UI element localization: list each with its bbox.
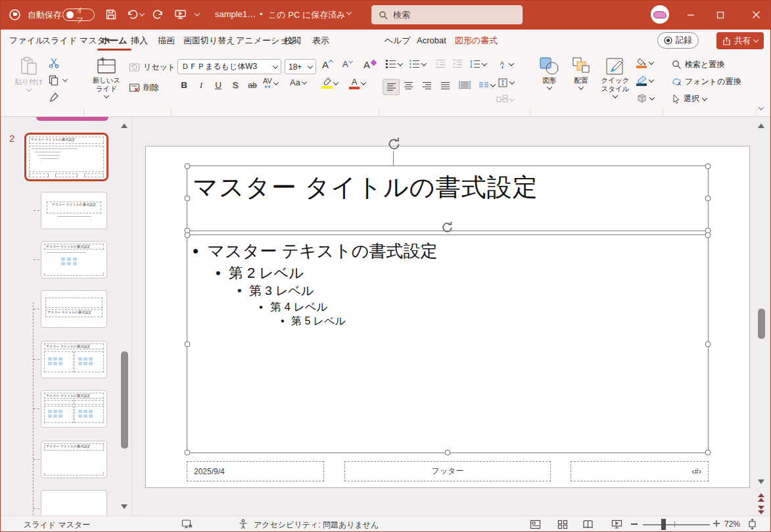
line-spacing-button[interactable] bbox=[469, 59, 486, 69]
text-shadow-button[interactable]: S bbox=[227, 78, 243, 93]
thumbnail-title-layout[interactable]: マスター タイトルの書式設定 bbox=[41, 192, 107, 229]
rotate-handle-icon[interactable] bbox=[440, 219, 454, 234]
panel-scrollbar-thumb[interactable] bbox=[121, 351, 128, 449]
save-status[interactable]: この PC に保存済み bbox=[268, 9, 346, 21]
undo-button[interactable] bbox=[126, 9, 144, 20]
thumbnail-section-header-layout[interactable]: マスター タイトルの書式設定 bbox=[41, 290, 107, 328]
change-case-button[interactable]: Aa bbox=[290, 78, 306, 87]
panel-scroll-down-icon[interactable] bbox=[121, 504, 128, 509]
footer-placeholder[interactable]: フッター bbox=[344, 461, 551, 481]
scroll-down-icon[interactable] bbox=[758, 479, 764, 484]
slide-title-text[interactable]: マスター タイトルの書式設定 bbox=[193, 171, 538, 204]
rotate-handle-icon[interactable] bbox=[386, 135, 402, 151]
replace-fonts-button[interactable]: A フォントの置換 bbox=[672, 76, 741, 87]
thumbnail-title-only-layout[interactable]: マスター タイトルの書式設定 bbox=[41, 441, 107, 478]
zoom-out-button[interactable] bbox=[631, 523, 638, 525]
font-size-combo[interactable]: 18+ bbox=[285, 59, 316, 74]
format-painter-icon[interactable] bbox=[49, 92, 60, 102]
clear-formatting-button[interactable]: A bbox=[363, 59, 376, 70]
bullet-level-3[interactable]: 第 3 レベル bbox=[237, 282, 314, 299]
maximize-button[interactable] bbox=[705, 0, 735, 30]
fit-to-window-button[interactable] bbox=[747, 519, 758, 529]
align-center-button[interactable] bbox=[404, 81, 413, 90]
convert-smartart-button[interactable] bbox=[496, 95, 514, 104]
bullet-level-5[interactable]: 第 5 レベル bbox=[281, 315, 346, 328]
justify-button[interactable] bbox=[440, 81, 450, 90]
bullet-level-4[interactable]: 第 4 レベル bbox=[259, 299, 328, 315]
close-button[interactable] bbox=[741, 0, 771, 30]
thumbnail-two-content-layout[interactable]: マスター タイトルの書式設定 bbox=[41, 341, 107, 378]
character-spacing-button[interactable]: AV bbox=[263, 78, 278, 89]
bold-button[interactable]: B bbox=[176, 78, 192, 93]
display-settings-icon[interactable] bbox=[181, 519, 193, 529]
cut-icon[interactable] bbox=[49, 58, 59, 68]
tab-transitions[interactable]: 画面切り替え bbox=[182, 30, 237, 51]
autosave-toggle[interactable]: オフ bbox=[62, 9, 95, 21]
decrease-indent-button[interactable] bbox=[435, 59, 446, 68]
accessibility-icon[interactable] bbox=[238, 519, 248, 529]
reading-view-button[interactable] bbox=[582, 520, 594, 529]
search-box[interactable]: 検索 bbox=[371, 5, 523, 24]
italic-button[interactable]: I bbox=[193, 78, 209, 93]
normal-view-button[interactable] bbox=[530, 520, 541, 529]
shape-effects-button[interactable] bbox=[636, 93, 654, 103]
thumbnail-partial-previous[interactable] bbox=[36, 117, 108, 121]
redo-button[interactable] bbox=[152, 9, 164, 20]
tab-acrobat[interactable]: Acrobat bbox=[415, 30, 448, 51]
copy-button[interactable] bbox=[49, 75, 67, 85]
minimize-button[interactable] bbox=[676, 0, 705, 30]
grow-font-button[interactable]: A bbox=[322, 59, 333, 70]
align-right-button[interactable] bbox=[422, 81, 432, 90]
slideshow-view-button[interactable] bbox=[611, 520, 622, 529]
scrollbar-thumb[interactable] bbox=[758, 309, 765, 339]
tab-insert[interactable]: 挿入 bbox=[129, 30, 149, 51]
tab-help[interactable]: ヘルプ bbox=[383, 30, 412, 51]
new-slide-button[interactable]: 新しいスライド bbox=[89, 56, 124, 99]
collapse-ribbon-chevron-icon[interactable] bbox=[759, 104, 764, 110]
shape-outline-button[interactable] bbox=[636, 76, 653, 86]
next-slide-button[interactable] bbox=[758, 506, 764, 514]
bullet-level-1[interactable]: マスター テキストの書式設定 bbox=[193, 240, 437, 263]
delete-slide-button[interactable]: 削除 bbox=[129, 82, 159, 93]
quick-access-chevron-icon[interactable] bbox=[195, 11, 200, 16]
panel-scroll-up-icon[interactable] bbox=[121, 123, 128, 128]
tab-home[interactable]: ホーム bbox=[100, 30, 129, 51]
align-text-button[interactable] bbox=[498, 78, 514, 88]
shrink-font-button[interactable]: A bbox=[342, 59, 352, 69]
bullets-button[interactable] bbox=[385, 59, 402, 69]
shapes-button[interactable]: 図形 bbox=[535, 56, 564, 90]
tab-view[interactable]: 表示 bbox=[311, 30, 331, 51]
previous-slide-button[interactable] bbox=[758, 493, 764, 502]
zoom-slider-thumb[interactable] bbox=[661, 519, 666, 530]
columns-button[interactable] bbox=[479, 81, 495, 89]
font-color-button[interactable]: A bbox=[349, 78, 365, 89]
thumbnail-comparison-layout[interactable]: マスター タイトルの書式設定 bbox=[41, 390, 107, 428]
record-button[interactable]: 記録 bbox=[657, 32, 699, 49]
thumbnail-master-selected[interactable]: マスター タイトルの書式設定 bbox=[24, 133, 108, 181]
tab-draw[interactable]: 描画 bbox=[156, 30, 176, 51]
tab-file[interactable]: ファイル bbox=[8, 30, 45, 51]
thumbnail-blank-layout[interactable] bbox=[41, 490, 107, 516]
font-name-combo[interactable]: ＤＦＰまるもじ体W3 bbox=[177, 59, 281, 74]
scroll-up-icon[interactable] bbox=[758, 123, 764, 128]
title-chevron-icon[interactable] bbox=[346, 9, 352, 14]
zoom-percentage[interactable]: 72% bbox=[724, 520, 740, 529]
increase-indent-button[interactable] bbox=[452, 59, 463, 68]
strikethrough-button[interactable]: ab bbox=[245, 78, 260, 93]
share-button[interactable]: 共有 bbox=[716, 32, 764, 49]
save-icon[interactable] bbox=[105, 9, 117, 20]
paste-button[interactable]: 貼り付け bbox=[12, 56, 46, 92]
highlight-color-button[interactable] bbox=[321, 78, 338, 89]
tab-review[interactable]: 校閲 bbox=[283, 30, 302, 51]
slide-number-placeholder[interactable]: ‹#› bbox=[571, 461, 709, 481]
quick-styles-button[interactable]: クイック スタイル bbox=[597, 56, 634, 99]
tab-shape-format[interactable]: 図形の書式 bbox=[454, 30, 499, 51]
accessibility-status[interactable]: アクセシビリティ: 問題ありません bbox=[254, 520, 379, 531]
date-placeholder[interactable]: 2025/9/4 bbox=[187, 461, 324, 481]
zoom-slider-track[interactable] bbox=[643, 524, 710, 525]
thumbnail-content-layout[interactable]: マスター タイトルの書式設定 bbox=[41, 241, 107, 278]
select-button[interactable]: 選択 bbox=[672, 93, 707, 104]
underline-button[interactable]: U bbox=[210, 78, 226, 93]
align-left-button[interactable] bbox=[383, 79, 400, 95]
bullet-level-2[interactable]: 第 2 レベル bbox=[216, 263, 304, 283]
